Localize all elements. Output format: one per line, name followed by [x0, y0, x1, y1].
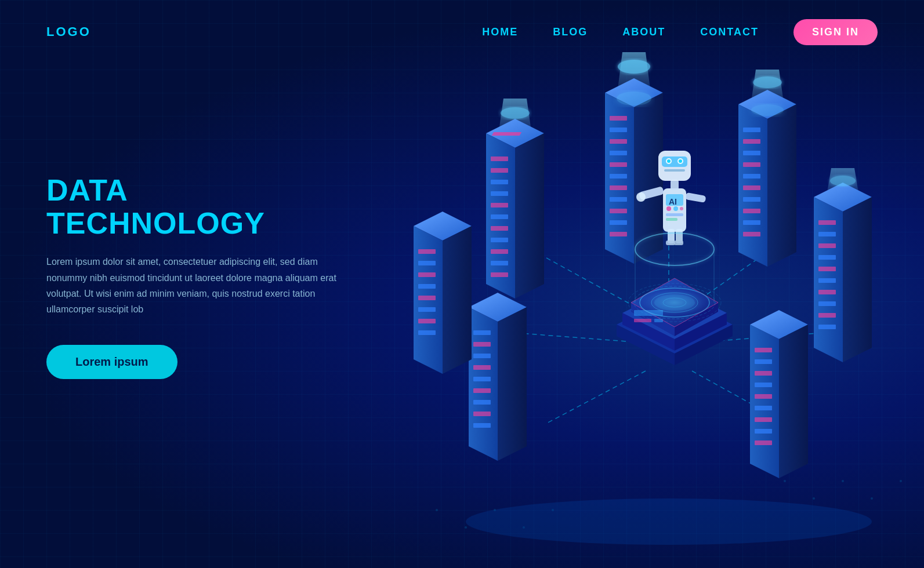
svg-rect-48 — [610, 220, 627, 225]
svg-point-6 — [813, 497, 815, 500]
svg-rect-109 — [418, 261, 436, 265]
svg-rect-44 — [610, 174, 627, 179]
svg-point-164 — [617, 92, 651, 105]
svg-point-1 — [465, 526, 467, 529]
svg-point-165 — [751, 104, 784, 116]
svg-point-34 — [501, 107, 530, 119]
svg-rect-74 — [818, 267, 836, 271]
svg-point-166 — [466, 498, 872, 545]
svg-marker-82 — [750, 325, 779, 478]
svg-rect-72 — [818, 243, 836, 248]
svg-rect-108 — [418, 249, 436, 254]
svg-rect-28 — [491, 214, 508, 219]
svg-text:AI: AI — [669, 197, 677, 206]
svg-rect-78 — [818, 313, 836, 318]
svg-rect-101 — [473, 388, 491, 393]
svg-rect-47 — [610, 209, 627, 213]
svg-rect-99 — [473, 365, 491, 370]
hero-description: Lorem ipsum dolor sit amet, consectetuer… — [46, 254, 336, 317]
svg-rect-46 — [610, 197, 627, 202]
svg-rect-20 — [492, 132, 521, 136]
svg-rect-32 — [491, 261, 508, 265]
svg-rect-64 — [743, 232, 760, 236]
svg-point-156 — [679, 159, 682, 163]
svg-rect-39 — [610, 116, 627, 121]
svg-rect-27 — [491, 203, 508, 207]
svg-rect-97 — [473, 342, 491, 347]
svg-rect-145 — [666, 213, 683, 216]
svg-rect-75 — [818, 278, 836, 283]
svg-rect-42 — [610, 151, 627, 155]
svg-rect-73 — [818, 255, 836, 260]
svg-rect-89 — [755, 406, 772, 410]
svg-rect-98 — [473, 354, 491, 358]
svg-rect-45 — [610, 185, 627, 190]
svg-rect-146 — [666, 218, 677, 221]
svg-marker-95 — [498, 307, 527, 461]
svg-marker-107 — [443, 226, 472, 374]
svg-rect-57 — [743, 151, 760, 155]
svg-point-155 — [667, 159, 671, 163]
nav-home[interactable]: HOME — [482, 26, 518, 38]
svg-rect-59 — [743, 174, 760, 179]
svg-rect-150 — [671, 180, 679, 190]
svg-rect-24 — [491, 168, 508, 173]
nav-about[interactable]: ABOUT — [622, 26, 665, 38]
svg-point-148 — [636, 192, 646, 202]
svg-rect-71 — [818, 232, 836, 236]
svg-rect-77 — [818, 301, 836, 306]
svg-point-7 — [842, 480, 844, 482]
svg-rect-149 — [685, 192, 706, 203]
svg-rect-86 — [755, 371, 772, 376]
svg-rect-31 — [491, 249, 508, 254]
svg-rect-110 — [418, 272, 436, 277]
svg-rect-63 — [743, 220, 760, 225]
hero-section: DATA TECHNOLOGY Lorem ipsum dolor sit am… — [46, 174, 336, 379]
svg-rect-56 — [743, 139, 760, 144]
svg-rect-85 — [755, 359, 772, 364]
navigation: LOGO HOME BLOG ABOUT CONTACT SIGN IN — [0, 0, 924, 64]
svg-rect-49 — [610, 232, 627, 236]
svg-point-144 — [680, 207, 683, 210]
logo[interactable]: LOGO — [46, 24, 91, 39]
svg-point-8 — [871, 497, 873, 500]
svg-point-9 — [900, 480, 902, 482]
svg-rect-111 — [418, 284, 436, 289]
svg-rect-60 — [743, 185, 760, 190]
nav-blog[interactable]: BLOG — [553, 26, 588, 38]
svg-marker-22 — [515, 133, 544, 298]
svg-rect-55 — [743, 128, 760, 132]
svg-rect-30 — [491, 238, 508, 242]
svg-rect-70 — [818, 220, 836, 225]
svg-marker-69 — [843, 197, 872, 362]
svg-rect-87 — [755, 383, 772, 387]
svg-point-80 — [830, 176, 856, 186]
svg-rect-157 — [664, 169, 685, 172]
svg-point-5 — [784, 480, 786, 482]
svg-rect-96 — [473, 330, 491, 335]
svg-rect-88 — [755, 394, 772, 399]
svg-rect-76 — [818, 290, 836, 294]
svg-point-142 — [666, 206, 671, 211]
isometric-scene: AI — [379, 46, 924, 556]
svg-rect-26 — [491, 191, 508, 196]
svg-rect-113 — [418, 307, 436, 312]
signin-button[interactable]: SIGN IN — [793, 19, 878, 45]
svg-rect-127 — [634, 319, 651, 322]
svg-rect-79 — [818, 325, 836, 329]
svg-rect-58 — [743, 162, 760, 167]
svg-rect-62 — [743, 209, 760, 213]
svg-rect-102 — [473, 400, 491, 405]
svg-rect-23 — [491, 156, 508, 161]
svg-rect-25 — [491, 180, 508, 184]
hero-cta-button[interactable]: Lorem ipsum — [46, 345, 177, 379]
svg-rect-29 — [491, 226, 508, 231]
svg-point-143 — [673, 206, 678, 211]
svg-rect-41 — [610, 139, 627, 144]
hero-title: DATA TECHNOLOGY — [46, 174, 336, 240]
svg-rect-92 — [755, 440, 772, 445]
svg-rect-103 — [473, 412, 491, 416]
svg-point-0 — [436, 509, 438, 511]
nav-contact[interactable]: CONTACT — [700, 26, 759, 38]
svg-rect-40 — [610, 128, 627, 132]
